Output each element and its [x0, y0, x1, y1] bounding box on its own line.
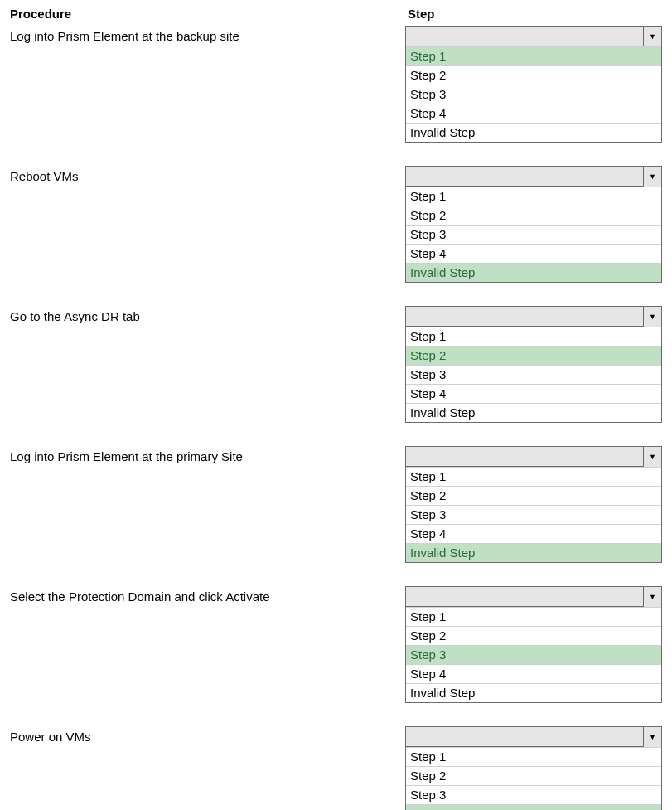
dropdown-option[interactable]: Step 2	[406, 626, 661, 645]
step-cell: ▼Step 1Step 2Step 3Step 4Invalid Step	[405, 26, 662, 143]
procedure-row: Select the Protection Domain and click A…	[10, 586, 662, 703]
step-cell: ▼Step 1Step 2Step 3Step 4Invalid Step	[405, 446, 662, 563]
procedure-label: Go to the Async DR tab	[10, 306, 405, 423]
chevron-down-icon[interactable]: ▼	[643, 727, 661, 747]
column-headers: Procedure Step	[10, 7, 662, 21]
procedure-label: Reboot VMs	[10, 166, 405, 283]
dropdown-option[interactable]: Step 1	[406, 747, 661, 766]
procedure-row: Log into Prism Element at the primary Si…	[10, 446, 662, 563]
chevron-down-icon[interactable]: ▼	[643, 307, 661, 327]
dropdown-option[interactable]: Step 1	[406, 46, 661, 65]
step-cell: ▼Step 1Step 2Step 3Step 4Invalid Step	[405, 166, 662, 283]
procedure-label: Log into Prism Element at the primary Si…	[10, 446, 405, 563]
dropdown-option[interactable]: Invalid Step	[406, 123, 661, 142]
dropdown-option[interactable]: Step 4	[406, 104, 661, 123]
dropdown-header[interactable]: ▼	[406, 27, 661, 46]
dropdown-option[interactable]: Step 4	[406, 664, 661, 683]
dropdown-option[interactable]: Step 3	[406, 85, 661, 104]
dropdown-option[interactable]: Step 1	[406, 327, 661, 346]
dropdown-option[interactable]: Step 4	[406, 524, 661, 543]
dropdown-option[interactable]: Step 1	[406, 187, 661, 206]
dropdown-option[interactable]: Step 3	[406, 645, 661, 664]
dropdown-header[interactable]: ▼	[406, 307, 661, 327]
dropdown-header[interactable]: ▼	[406, 447, 661, 467]
procedure-row: Reboot VMs▼Step 1Step 2Step 3Step 4Inval…	[10, 166, 662, 283]
chevron-down-icon[interactable]: ▼	[643, 447, 661, 467]
step-dropdown[interactable]: ▼Step 1Step 2Step 3Step 4Invalid Step	[405, 166, 662, 283]
dropdown-option[interactable]: Step 4	[406, 804, 661, 810]
dropdown-option[interactable]: Step 2	[406, 65, 661, 85]
dropdown-option[interactable]: Step 2	[406, 346, 661, 365]
header-procedure: Procedure	[10, 7, 408, 21]
procedure-row: Log into Prism Element at the backup sit…	[10, 26, 662, 143]
step-cell: ▼Step 1Step 2Step 3Step 4Invalid Step	[405, 726, 662, 810]
dropdown-option[interactable]: Invalid Step	[406, 263, 661, 282]
dropdown-option[interactable]: Step 1	[406, 467, 661, 486]
chevron-down-icon[interactable]: ▼	[643, 27, 661, 46]
dropdown-option[interactable]: Step 3	[406, 365, 661, 384]
procedure-label: Power on VMs	[10, 726, 405, 810]
step-cell: ▼Step 1Step 2Step 3Step 4Invalid Step	[405, 306, 662, 423]
dropdown-header[interactable]: ▼	[406, 167, 661, 187]
procedure-row: Power on VMs▼Step 1Step 2Step 3Step 4Inv…	[10, 726, 662, 810]
step-dropdown[interactable]: ▼Step 1Step 2Step 3Step 4Invalid Step	[405, 306, 662, 423]
chevron-down-icon[interactable]: ▼	[643, 167, 661, 187]
chevron-down-icon[interactable]: ▼	[643, 587, 661, 607]
step-dropdown[interactable]: ▼Step 1Step 2Step 3Step 4Invalid Step	[405, 726, 662, 810]
procedure-row: Go to the Async DR tab▼Step 1Step 2Step …	[10, 306, 662, 423]
dropdown-option[interactable]: Step 2	[406, 206, 661, 225]
dropdown-option[interactable]: Invalid Step	[406, 683, 661, 702]
dropdown-option[interactable]: Step 3	[406, 225, 661, 244]
dropdown-option[interactable]: Step 2	[406, 486, 661, 505]
dropdown-option[interactable]: Step 4	[406, 384, 661, 403]
dropdown-option[interactable]: Step 1	[406, 607, 661, 626]
step-dropdown[interactable]: ▼Step 1Step 2Step 3Step 4Invalid Step	[405, 586, 662, 703]
procedure-label: Select the Protection Domain and click A…	[10, 586, 405, 703]
step-cell: ▼Step 1Step 2Step 3Step 4Invalid Step	[405, 586, 662, 703]
step-dropdown[interactable]: ▼Step 1Step 2Step 3Step 4Invalid Step	[405, 26, 662, 143]
procedure-label: Log into Prism Element at the backup sit…	[10, 26, 405, 143]
dropdown-option[interactable]: Invalid Step	[406, 403, 661, 422]
header-step: Step	[408, 7, 435, 21]
dropdown-option[interactable]: Step 3	[406, 505, 661, 524]
dropdown-option[interactable]: Step 2	[406, 766, 661, 785]
dropdown-header[interactable]: ▼	[406, 727, 661, 747]
step-dropdown[interactable]: ▼Step 1Step 2Step 3Step 4Invalid Step	[405, 446, 662, 563]
dropdown-option[interactable]: Step 4	[406, 244, 661, 263]
dropdown-option[interactable]: Step 3	[406, 785, 661, 804]
dropdown-option[interactable]: Invalid Step	[406, 543, 661, 562]
dropdown-header[interactable]: ▼	[406, 587, 661, 607]
